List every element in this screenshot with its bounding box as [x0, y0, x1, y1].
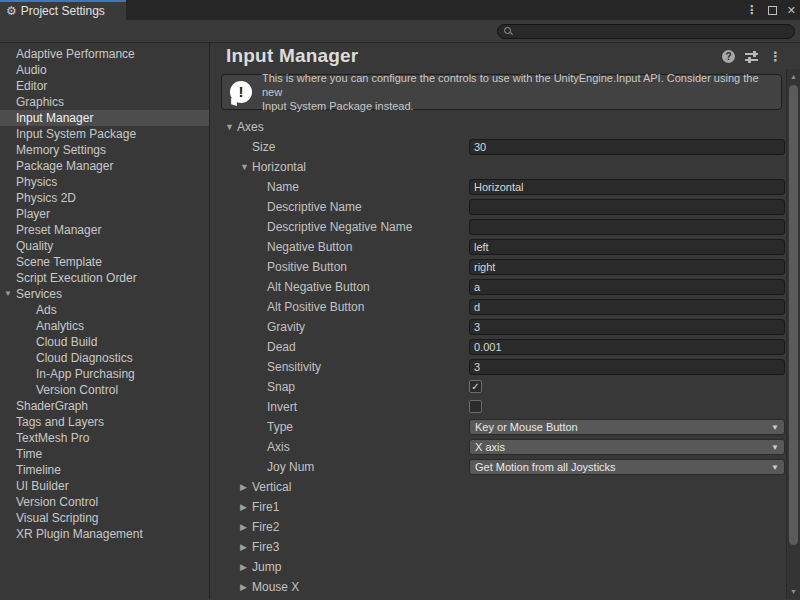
- sidebar-item[interactable]: Physics 2D: [0, 190, 209, 206]
- field-label: Fire3: [252, 540, 279, 554]
- window-menu-icon[interactable]: ⋮: [746, 3, 758, 17]
- sidebar-item[interactable]: TextMesh Pro: [0, 430, 209, 446]
- help-icon[interactable]: ?: [722, 50, 735, 63]
- maximize-icon[interactable]: [768, 6, 777, 15]
- field-label: Descriptive Negative Name: [267, 220, 412, 234]
- settings-row: Axis X axis X axis ▼: [210, 437, 786, 457]
- checkbox[interactable]: [469, 399, 482, 415]
- inspector-header: Input Manager ? ⋮: [210, 43, 800, 69]
- gear-icon: ⚙: [6, 5, 17, 17]
- sidebar-item-label: Player: [16, 207, 50, 221]
- sidebar-item[interactable]: Physics: [0, 174, 209, 190]
- sidebar-item-label: Quality: [16, 239, 53, 253]
- text-field[interactable]: 30: [469, 139, 785, 155]
- field-label: Axis: [267, 440, 290, 454]
- warning-exclamation-icon: !: [230, 81, 252, 103]
- sidebar-item[interactable]: ShaderGraph: [0, 398, 209, 414]
- dropdown[interactable]: X axis ▼: [469, 439, 785, 455]
- text-field[interactable]: Horizontal: [469, 179, 785, 195]
- tab-project-settings[interactable]: ⚙ Project Settings: [0, 0, 126, 20]
- sidebar-item[interactable]: XR Plugin Management: [0, 526, 209, 542]
- foldout-triangle-icon[interactable]: [240, 542, 252, 552]
- sidebar-item[interactable]: Cloud Diagnostics: [0, 350, 209, 366]
- sidebar-item-label: Analytics: [36, 319, 84, 333]
- dropdown[interactable]: Key or Mouse Button ▼: [469, 419, 785, 435]
- scrollbar-thumb[interactable]: [789, 85, 798, 545]
- sidebar-item[interactable]: Audio: [0, 62, 209, 78]
- settings-row: Snap ▼: [210, 377, 786, 397]
- sidebar-item[interactable]: Version Control: [0, 382, 209, 398]
- checkbox[interactable]: [469, 379, 482, 395]
- text-field[interactable]: right: [469, 259, 785, 275]
- foldout-triangle-icon[interactable]: [240, 162, 252, 172]
- sidebar-item[interactable]: Memory Settings: [0, 142, 209, 158]
- settings-row: Fire1 ▼: [210, 497, 786, 517]
- scroll-down-icon[interactable]: ▼: [787, 585, 800, 598]
- sidebar-item[interactable]: Adaptive Performance: [0, 46, 209, 62]
- sidebar-item[interactable]: UI Builder: [0, 478, 209, 494]
- scroll-up-icon[interactable]: ▲: [787, 70, 800, 83]
- more-options-icon[interactable]: ⋮: [769, 50, 782, 63]
- text-field[interactable]: 3: [469, 319, 785, 335]
- field-label: Positive Button: [267, 260, 347, 274]
- search-box[interactable]: [497, 24, 795, 39]
- sidebar-item[interactable]: Graphics: [0, 94, 209, 110]
- foldout-triangle-icon[interactable]: [240, 522, 252, 532]
- settings-row: Type Key or Mouse Button Key or Mouse Bu…: [210, 417, 786, 437]
- content: Adaptive Performance Audio Editor Graphi…: [0, 43, 800, 599]
- sidebar-item[interactable]: Script Execution Order: [0, 270, 209, 286]
- field-label: Gravity: [267, 320, 305, 334]
- sidebar-item-label: XR Plugin Management: [16, 527, 143, 541]
- checkbox-box[interactable]: [469, 400, 482, 413]
- foldout-triangle-icon[interactable]: [240, 502, 252, 512]
- foldout-triangle-icon[interactable]: [240, 482, 252, 492]
- sidebar-item[interactable]: Time: [0, 446, 209, 462]
- close-icon[interactable]: ✕: [787, 4, 796, 17]
- text-field[interactable]: d: [469, 299, 785, 315]
- text-field[interactable]: [469, 219, 785, 235]
- text-field[interactable]: left: [469, 239, 785, 255]
- sidebar-item[interactable]: Input Manager: [0, 110, 209, 126]
- sidebar-item[interactable]: Version Control: [0, 494, 209, 510]
- sidebar-item[interactable]: Preset Manager: [0, 222, 209, 238]
- sidebar-item-label: Input Manager: [16, 111, 93, 125]
- sidebar-item[interactable]: Input System Package: [0, 126, 209, 142]
- dropdown-arrow-icon: ▼: [771, 443, 779, 452]
- foldout-triangle-icon[interactable]: [4, 286, 14, 302]
- checkbox-box[interactable]: [469, 380, 482, 393]
- tab-title: Project Settings: [21, 4, 105, 18]
- sidebar-item[interactable]: Tags and Layers: [0, 414, 209, 430]
- sidebar-item[interactable]: Analytics: [0, 318, 209, 334]
- sidebar-item[interactable]: Timeline: [0, 462, 209, 478]
- sidebar-item-label: Adaptive Performance: [16, 47, 135, 61]
- sidebar-item[interactable]: Package Manager: [0, 158, 209, 174]
- foldout-triangle-icon[interactable]: [225, 122, 237, 132]
- sidebar-item[interactable]: Services: [0, 286, 209, 302]
- text-field[interactable]: 0.001: [469, 339, 785, 355]
- sidebar-item[interactable]: Player: [0, 206, 209, 222]
- preset-sliders-icon[interactable]: [745, 50, 759, 62]
- sidebar-item-label: Version Control: [36, 383, 118, 397]
- vertical-scrollbar[interactable]: ▲ ▼: [786, 69, 800, 599]
- settings-row: Gravity 3 3 ▼: [210, 317, 786, 337]
- sidebar-item[interactable]: Editor: [0, 78, 209, 94]
- text-field[interactable]: [469, 199, 785, 215]
- field-label: Type: [267, 420, 293, 434]
- sidebar-item[interactable]: Visual Scripting: [0, 510, 209, 526]
- sidebar-item-label: Package Manager: [16, 159, 113, 173]
- text-field[interactable]: 3: [469, 359, 785, 375]
- field-label: Fire1: [252, 500, 279, 514]
- info-box: ! This is where you can configure the co…: [221, 74, 782, 110]
- settings-row: Alt Negative Button a a ▼: [210, 277, 786, 297]
- dropdown[interactable]: Get Motion from all Joysticks ▼: [469, 459, 785, 475]
- sidebar-item[interactable]: In-App Purchasing: [0, 366, 209, 382]
- text-field[interactable]: a: [469, 279, 785, 295]
- sidebar-item[interactable]: Quality: [0, 238, 209, 254]
- sidebar-item[interactable]: Scene Template: [0, 254, 209, 270]
- sidebar-item-label: Scene Template: [16, 255, 102, 269]
- foldout-triangle-icon[interactable]: [240, 562, 252, 572]
- search-input[interactable]: [517, 26, 777, 38]
- sidebar-item[interactable]: Cloud Build: [0, 334, 209, 350]
- foldout-triangle-icon[interactable]: [240, 582, 252, 592]
- sidebar-item[interactable]: Ads: [0, 302, 209, 318]
